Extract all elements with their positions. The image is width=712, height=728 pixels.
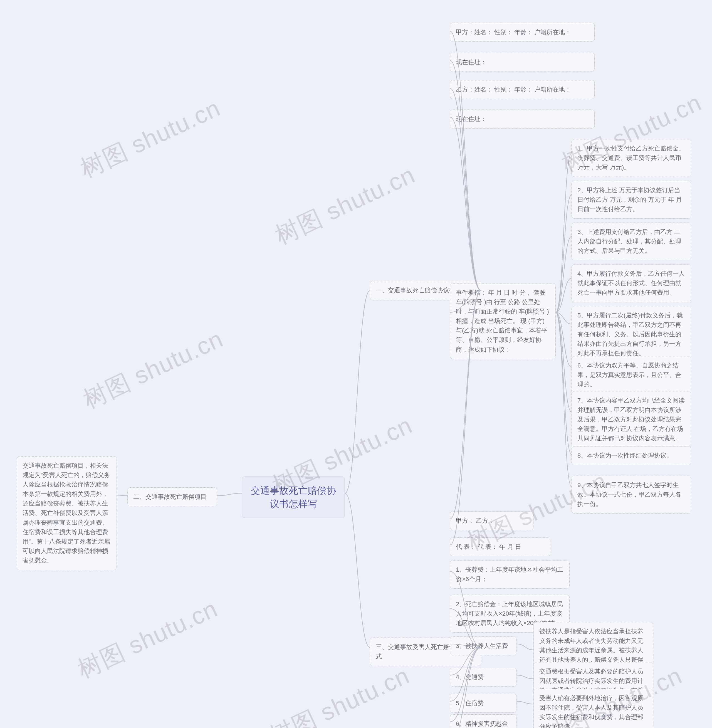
watermark-text: 树图 shutu.cn (270, 159, 421, 252)
mindmap-node[interactable]: 甲方： 乙方： (450, 511, 534, 530)
mindmap-node[interactable]: 2、甲方将上述 万元于本协议签订后当日付给乙方 万元，剩余的 万元于 年 月 日… (571, 181, 691, 218)
mindmap-node[interactable]: 现在住址： (450, 110, 595, 129)
mindmap-node[interactable]: 1、丧葬费：上年度年该地区社会平均工资×6个月； (450, 560, 570, 588)
mindmap-edge (345, 493, 370, 647)
mindmap-edge (450, 117, 481, 291)
mindmap-node[interactable]: 代 表： 代 表： 年 月 日 (450, 538, 550, 556)
mindmap-edge (556, 278, 571, 312)
mindmap-edge (556, 312, 571, 412)
mindmap-node[interactable]: 9、本协议自甲乙双方共七人签字时生效。本协议一式七份，甲乙双方每人各执一份。 (571, 476, 691, 514)
mindmap-edge (556, 236, 571, 312)
watermark-text: 树图 shutu.cn (72, 593, 223, 686)
mindmap-root-node[interactable]: 交通事故死亡赔偿协议书怎样写 (242, 477, 345, 518)
mindmap-edge (117, 495, 128, 496)
watermark-text: 树图 shutu.cn (264, 660, 415, 728)
mindmap-node[interactable]: 事件概括： 年 月 日 时 分， 驾驶 车(牌照号 )由 行至 公路 公里处时，… (450, 283, 556, 359)
mindmap-node[interactable]: 7、本协议内容甲乙双方均已经全文阅读并理解无误，甲乙双方明白本协议所涉及后果，甲… (571, 391, 691, 448)
mindmap-edge (556, 312, 571, 367)
watermark-text: 树图 shutu.cn (75, 92, 226, 186)
mindmap-node[interactable]: 1、甲方一次性支付给乙方死亡赔偿金、丧葬费、交通费、误工费等共计人民币 万元，大… (571, 139, 691, 177)
mindmap-edge (556, 312, 571, 455)
mindmap-node[interactable]: 5、甲方履行二次(最终)付款义务后，就此事处理即告终结，甲乙双方之间不再有任何权… (571, 306, 691, 363)
mindmap-node[interactable]: 3、被扶养人生活费 (450, 636, 517, 655)
mindmap-node[interactable]: 二、交通事故死亡赔偿项目 (128, 487, 217, 506)
mindmap-edge (517, 675, 534, 679)
mindmap-node[interactable]: 现在住址： (450, 53, 595, 72)
watermark-text: 树图 shutu.cn (78, 323, 228, 416)
mindmap-node[interactable]: 8、本协议为一次性终结处理协议。 (571, 446, 691, 465)
mindmap-node[interactable]: 5、住宿费 (450, 694, 517, 713)
mindmap-node[interactable]: 4、甲方履行付款义务后，乙方任何一人就此事保证不以任何形式、任何理由就 死亡一事… (571, 264, 691, 302)
mindmap-node[interactable]: 4、交通费 (450, 668, 517, 686)
mindmap-edge (517, 701, 534, 704)
mindmap-node[interactable]: 交通事故死亡赔偿项目，相关法规定为“受害人死亡的，赔偿义务人除应当根据抢救治疗情… (17, 456, 117, 570)
mindmap-node[interactable]: 6、精神损害抚慰金 (450, 715, 517, 728)
mindmap-edge (345, 291, 370, 493)
mindmap-node[interactable]: 甲方：姓名： 性别： 年龄： 户籍所在地： (450, 23, 595, 42)
mindmap-node[interactable]: 3、上述费用支付给乙方后，由乙方 二人内部自行分配、处理，其分配、处理的方式、后… (571, 223, 691, 260)
mindmap-node[interactable]: 受害人确有必要到外地治疗，因客观原因不能住院，受害人本人及其陪护人员实际发生的住… (534, 689, 653, 728)
mindmap-edge (556, 312, 571, 487)
mindmap-edge (556, 312, 571, 324)
mindmap-edge (517, 644, 534, 650)
mindmap-edge (217, 493, 242, 496)
mindmap-edge (556, 153, 571, 312)
mindmap-node[interactable]: 6、本协议为双方平等、自愿协商之结果，是双方真实意思表示，且公平、合理的。 (571, 356, 691, 394)
mindmap-node[interactable]: 乙方：姓名： 性别： 年龄： 户籍所在地： (450, 80, 595, 99)
mindmap-edge (556, 195, 571, 312)
